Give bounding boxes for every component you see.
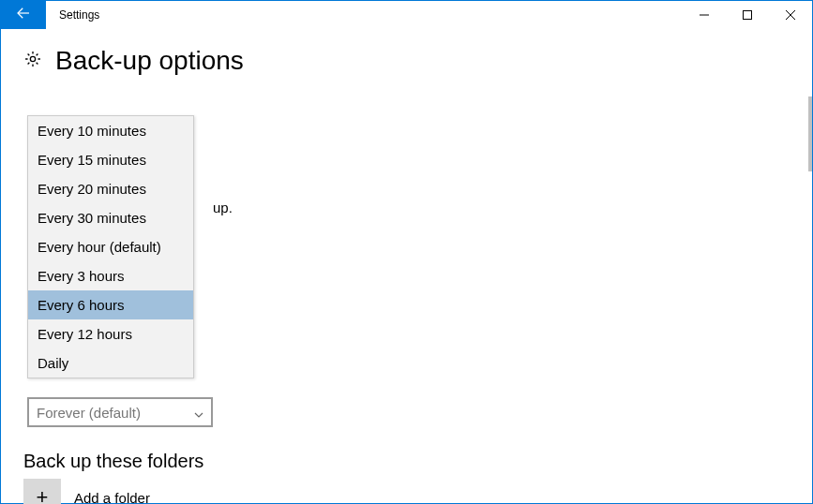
frequency-option[interactable]: Every 10 minutes — [28, 116, 193, 145]
content-area: Back-up options up. Forever (default) Ba… — [23, 46, 812, 503]
page-header: Back-up options — [23, 46, 812, 76]
window-controls — [683, 1, 812, 29]
frequency-option[interactable]: Daily — [28, 348, 193, 378]
frequency-option[interactable]: Every hour (default) — [28, 232, 193, 261]
obscured-text-fragment: up. — [213, 200, 233, 215]
back-button[interactable] — [1, 1, 46, 29]
frequency-option[interactable]: Every 6 hours — [28, 290, 193, 319]
back-arrow-icon — [15, 5, 32, 25]
add-folder-label: Add a folder — [74, 490, 150, 505]
window-title: Settings — [46, 1, 99, 29]
page-title: Back-up options — [55, 46, 244, 76]
close-icon — [786, 7, 795, 23]
gear-icon — [23, 50, 42, 72]
scrollbar-thumb[interactable] — [808, 96, 812, 171]
frequency-option[interactable]: Every 3 hours — [28, 261, 193, 290]
titlebar-spacer — [99, 1, 683, 29]
frequency-option[interactable]: Every 30 minutes — [28, 203, 193, 232]
minimize-icon — [700, 7, 709, 23]
add-folder-button[interactable]: + Add a folder — [23, 479, 150, 504]
frequency-option[interactable]: Every 15 minutes — [28, 145, 193, 174]
keep-backups-select[interactable]: Forever (default) — [27, 397, 213, 427]
backup-folders-heading: Back up these folders — [23, 451, 203, 472]
close-button[interactable] — [769, 1, 812, 29]
svg-point-5 — [30, 56, 35, 61]
scrollbar-track[interactable] — [801, 29, 812, 503]
backup-frequency-dropdown[interactable]: Every 10 minutesEvery 15 minutesEvery 20… — [27, 115, 194, 378]
frequency-option[interactable]: Every 20 minutes — [28, 174, 193, 203]
settings-window: Settings — [0, 0, 813, 504]
titlebar: Settings — [1, 1, 812, 29]
chevron-down-icon — [194, 405, 203, 421]
plus-icon: + — [23, 479, 61, 504]
maximize-button[interactable] — [726, 1, 769, 29]
svg-rect-2 — [744, 11, 752, 20]
frequency-option[interactable]: Every 12 hours — [28, 319, 193, 348]
minimize-button[interactable] — [683, 1, 726, 29]
keep-backups-value: Forever (default) — [37, 405, 141, 421]
maximize-icon — [743, 7, 752, 23]
